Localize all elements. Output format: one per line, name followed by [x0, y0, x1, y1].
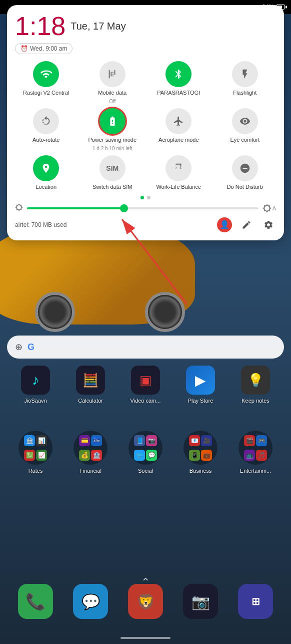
tile-flashlight-icon	[232, 61, 258, 87]
tile-mobile-data-label: Mobile data	[98, 90, 126, 96]
app-keepnotes-icon: 💡	[241, 366, 270, 395]
dock-messages[interactable]: 💬	[73, 584, 108, 619]
home-indicator	[120, 637, 170, 639]
dot-1	[140, 196, 144, 199]
camera-icon: 📷	[192, 593, 210, 610]
app-calculator[interactable]: 🧮 Calculator	[68, 366, 113, 404]
app-jiosaavn-icon: ♪	[21, 366, 50, 395]
app-keepnotes[interactable]: 💡 Keep notes	[233, 366, 278, 404]
brightness-track[interactable]	[27, 207, 258, 209]
car-wheel-left	[35, 292, 75, 332]
alarm-pill[interactable]: ⏰ Wed, 9:00 am	[15, 43, 72, 54]
tile-switch-sim-label: Switch data SIM	[92, 184, 132, 190]
edit-button[interactable]	[239, 217, 254, 232]
folder-entertainment-icon: 🎬 🎮 📺 🎵	[238, 431, 272, 465]
tile-wifi[interactable]: Rastogi V2 Central	[15, 61, 78, 104]
dock-phone[interactable]: 📞	[18, 584, 53, 619]
messages-icon: 💬	[82, 593, 100, 610]
clock-row: 1:18 Tue, 17 May	[15, 13, 276, 39]
app-videocam-icon: ▣	[131, 366, 160, 395]
tile-auto-rotate-icon	[33, 108, 59, 134]
app-playstore-label: Play Store	[188, 398, 214, 404]
phone-icon: 📞	[26, 592, 46, 611]
tile-work-life-label: Work-Life Balance	[156, 184, 201, 190]
tiles-grid: Rastogi V2 Central Mobile data Off PARAS…	[15, 61, 276, 191]
search-bar[interactable]: ⊕ G	[7, 336, 284, 359]
app-playstore[interactable]: ▶ Play Store	[178, 366, 223, 404]
data-usage-label: airtel: 700 MB used	[15, 221, 66, 228]
footer-icons: 👤	[217, 217, 276, 232]
app-jiosaavn[interactable]: ♪ JioSaavn	[13, 366, 58, 404]
tile-work-life[interactable]: Work-Life Balance	[148, 155, 210, 190]
folder-financial[interactable]: 💳 🏧 💰 🏦 Financial	[68, 431, 113, 474]
folder-business[interactable]: 📧 🎥 📱 💼 Business	[178, 431, 223, 474]
folder-grid-row: 🏦 📊 💹 📈 Rates 💳 🏧 💰 🏦 Financial 📘 📷 🐦 💬 …	[0, 431, 291, 474]
tile-wifi-icon	[33, 61, 59, 87]
quick-settings-panel: 1:18 Tue, 17 May ⏰ Wed, 9:00 am Rastogi …	[7, 5, 284, 240]
app-videocam[interactable]: ▣ Video cam...	[123, 366, 168, 404]
folder-business-icon: 📧 🎥 📱 💼	[184, 431, 218, 465]
dot-2	[147, 196, 150, 199]
tile-aeroplane-label: Aeroplane mode	[158, 137, 199, 143]
folder-social[interactable]: 📘 📷 🐦 💬 Social	[123, 431, 168, 474]
car-wheel-right	[145, 292, 185, 332]
tile-eye-comfort[interactable]: Eye comfort	[214, 108, 276, 151]
tile-location-icon	[33, 155, 59, 181]
tile-power-saving-label: Power saving mode	[88, 137, 136, 143]
tile-mobile-data[interactable]: Mobile data Off	[82, 61, 144, 104]
folder-financial-label: Financial	[80, 468, 102, 474]
settings-button[interactable]	[261, 217, 276, 232]
tile-power-saving-sublabel: 1 d 2 h 10 min left	[92, 146, 132, 151]
dock-brave[interactable]: 🦁	[128, 584, 163, 619]
folder-business-label: Business	[190, 468, 212, 474]
clock-hours: 1	[15, 12, 30, 41]
tile-aeroplane-icon	[166, 108, 192, 134]
app-calculator-icon: 🧮	[76, 366, 105, 395]
clock-display: 1:18	[15, 13, 66, 39]
tile-power-saving-icon	[100, 108, 126, 134]
tile-location-label: Location	[36, 184, 56, 190]
app-videocam-label: Video cam...	[130, 398, 161, 404]
tile-switch-sim[interactable]: SIM Switch data SIM	[82, 155, 144, 190]
tile-auto-rotate-label: Auto-rotate	[32, 137, 60, 143]
tile-dnd-label: Do Not Disturb	[227, 184, 263, 190]
folder-rates[interactable]: 🏦 📊 💹 📈 Rates	[13, 431, 58, 474]
folder-rates-label: Rates	[28, 468, 43, 474]
user-avatar-button[interactable]: 👤	[217, 217, 232, 232]
misc-icon: ⊞	[252, 595, 260, 607]
tile-power-saving[interactable]: Power saving mode 1 d 2 h 10 min left	[82, 108, 144, 151]
tile-wifi-label: Rastogi V2 Central	[23, 90, 69, 96]
tile-bluetooth-icon	[166, 61, 192, 87]
dock-misc[interactable]: ⊞	[238, 584, 273, 619]
brightness-low-icon	[15, 203, 23, 213]
folder-social-icon: 📘 📷 🐦 💬	[128, 431, 162, 465]
tile-flashlight-label: Flashlight	[233, 90, 256, 96]
tile-mobile-data-sublabel: Off	[109, 99, 116, 104]
brave-icon: 🦁	[136, 593, 155, 610]
folder-entertainment[interactable]: 🎬 🎮 📺 🎵 Entertainm...	[233, 431, 278, 474]
tile-switch-sim-icon: SIM	[100, 155, 126, 181]
brightness-fill	[27, 207, 124, 209]
folder-entertainment-label: Entertainm...	[240, 468, 271, 474]
alarm-icon: ⏰	[20, 45, 28, 52]
tile-location[interactable]: Location	[15, 155, 78, 190]
qs-footer: airtel: 700 MB used 👤	[15, 217, 276, 232]
clock-date: Tue, 17 May	[70, 21, 126, 32]
google-icon: G	[28, 342, 34, 353]
tile-auto-rotate[interactable]: Auto-rotate	[15, 108, 78, 151]
brightness-auto-icon: A	[262, 204, 276, 213]
brightness-thumb	[120, 204, 128, 212]
dock-row: 📞 💬 🦁 📷 ⊞	[0, 584, 291, 619]
dock-camera[interactable]: 📷	[183, 584, 218, 619]
tile-bluetooth-label: PARASRASTOGI	[157, 90, 200, 96]
app-playstore-icon: ▶	[186, 366, 215, 395]
tile-aeroplane[interactable]: Aeroplane mode	[148, 108, 210, 151]
tile-mobile-data-icon	[100, 61, 126, 87]
tile-eye-comfort-label: Eye comfort	[230, 137, 260, 143]
app-keepnotes-label: Keep notes	[242, 398, 270, 404]
tile-bluetooth[interactable]: PARASRASTOGI	[148, 61, 210, 104]
tile-flashlight[interactable]: Flashlight	[214, 61, 276, 104]
folder-financial-icon: 💳 🏧 💰 🏦	[74, 431, 108, 465]
tile-dnd[interactable]: Do Not Disturb	[214, 155, 276, 190]
brightness-row: A	[15, 203, 276, 213]
